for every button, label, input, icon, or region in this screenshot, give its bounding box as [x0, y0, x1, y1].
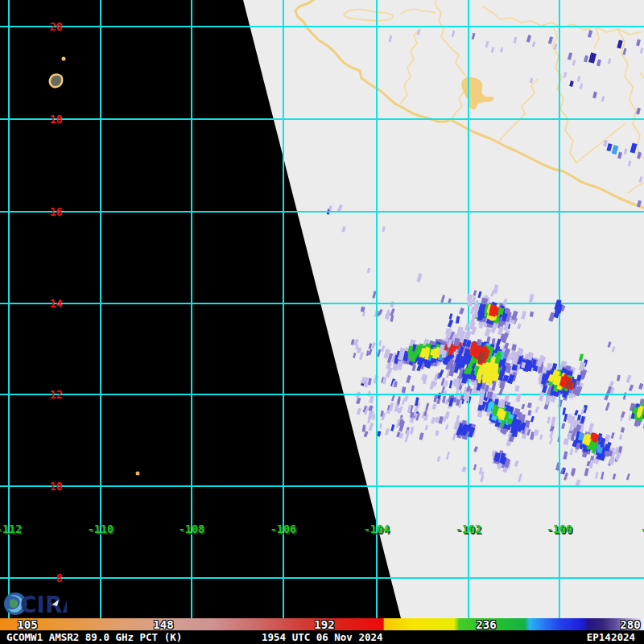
storm-id: EP142024: [587, 631, 635, 644]
lat-label-18: 18: [50, 113, 63, 126]
state-border-6: [401, 29, 420, 103]
colorbar-tick-105: 105: [17, 619, 37, 630]
colorbar-tick-280: 280: [620, 619, 640, 630]
product-timestamp: 1954 UTC 06 Nov 2024: [262, 631, 383, 644]
lat-label-10: 10: [50, 480, 63, 493]
lon-label--100: -100: [547, 522, 573, 535]
lon-label--106: -106: [270, 522, 297, 535]
colorbar-tick-148: 148: [153, 619, 173, 630]
state-border-10: [594, 27, 644, 193]
colorbar-tick-192: 192: [314, 619, 334, 630]
cira-logo: CIRA: [2, 588, 67, 617]
lon-label--102: -102: [456, 522, 482, 535]
info-bar: GCOMW1 AMSR2 89.0 GHz PCT (K) 1954 UTC 0…: [0, 630, 644, 644]
island-socorro: [50, 75, 62, 88]
state-border-1: [401, 10, 435, 14]
state-border-8: [499, 79, 538, 142]
product-name: GCOMW1 AMSR2 89.0 GHz PCT (K): [6, 631, 182, 644]
satellite-product-screen: 2018161412108-112-112-110-110-108-108-10…: [0, 0, 644, 644]
logo-text: CIRA: [20, 592, 67, 617]
lon-label--104: -104: [364, 522, 390, 535]
island-clipperton: [136, 472, 140, 476]
state-border-5: [618, 31, 643, 158]
lat-label-20: 20: [50, 20, 63, 33]
state-border-2: [435, 0, 465, 76]
reservoir-infiernillo: [461, 77, 494, 109]
lon-label--110: -110: [88, 522, 114, 535]
island-san-benedicto: [62, 57, 66, 61]
state-border-9: [576, 124, 625, 163]
temperature-colorbar: 105148192236280: [0, 618, 644, 630]
lat-label-12: 12: [50, 388, 63, 401]
lat-label-16: 16: [50, 205, 63, 218]
cira-logo-graphic: CIRA: [2, 588, 67, 617]
lon-label--112: -112: [0, 522, 22, 535]
lon-label--98: -98: [641, 522, 644, 535]
lon-label--108: -108: [179, 522, 205, 535]
map-area: 2018161412108-112-112-110-110-108-108-10…: [0, 0, 644, 618]
coast-lagoon: [344, 10, 393, 21]
lat-label-14: 14: [50, 297, 63, 310]
map-canvas: 2018161412108-112-112-110-110-108-108-10…: [0, 0, 644, 618]
lat-label-8: 8: [56, 572, 63, 584]
colorbar-tick-236: 236: [476, 619, 496, 630]
